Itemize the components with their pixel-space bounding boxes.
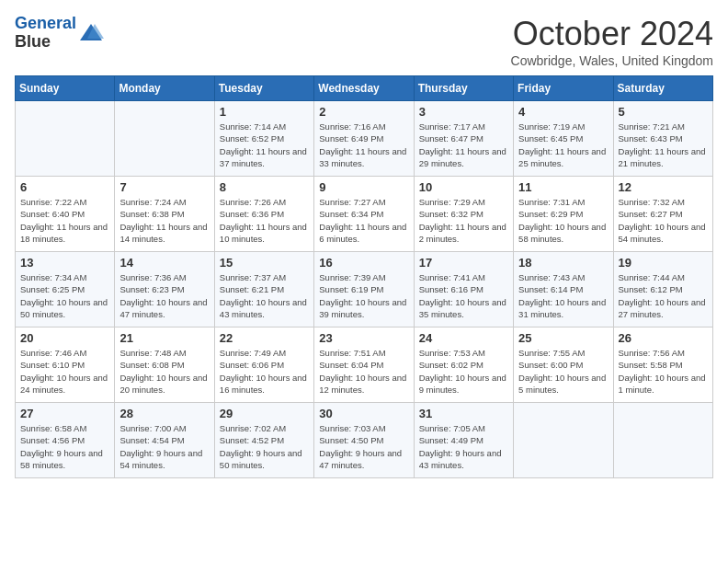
week-row-5: 27Sunrise: 6:58 AM Sunset: 4:56 PM Dayli… <box>16 403 713 478</box>
day-number: 3 <box>419 105 508 119</box>
day-info: Sunrise: 7:17 AM Sunset: 6:47 PM Dayligh… <box>419 121 508 169</box>
day-cell: 29Sunrise: 7:02 AM Sunset: 4:52 PM Dayli… <box>214 403 313 478</box>
page-header: GeneralBlue October 2024 Cowbridge, Wale… <box>15 15 713 68</box>
day-cell <box>613 403 712 478</box>
day-number: 22 <box>220 331 309 345</box>
header-cell-tuesday: Tuesday <box>214 76 313 101</box>
day-info: Sunrise: 7:36 AM Sunset: 6:23 PM Dayligh… <box>119 271 209 320</box>
day-cell: 22Sunrise: 7:49 AM Sunset: 6:06 PM Dayli… <box>214 327 313 403</box>
week-row-2: 6Sunrise: 7:22 AM Sunset: 6:40 PM Daylig… <box>16 177 713 252</box>
logo-icon <box>78 20 104 46</box>
header-cell-sunday: Sunday <box>16 76 115 101</box>
day-number: 6 <box>20 180 109 194</box>
day-info: Sunrise: 7:56 AM Sunset: 5:58 PM Dayligh… <box>619 347 708 396</box>
day-info: Sunrise: 7:02 AM Sunset: 4:52 PM Dayligh… <box>220 422 309 471</box>
day-number: 5 <box>619 105 708 119</box>
day-info: Sunrise: 7:43 AM Sunset: 6:14 PM Dayligh… <box>518 271 608 320</box>
day-number: 8 <box>220 180 309 194</box>
day-cell: 10Sunrise: 7:29 AM Sunset: 6:32 PM Dayli… <box>414 177 513 252</box>
day-cell: 26Sunrise: 7:56 AM Sunset: 5:58 PM Dayli… <box>613 327 712 403</box>
day-cell: 23Sunrise: 7:51 AM Sunset: 6:04 PM Dayli… <box>314 327 414 403</box>
day-number: 7 <box>119 180 209 194</box>
day-number: 24 <box>419 331 508 345</box>
day-info: Sunrise: 7:24 AM Sunset: 6:38 PM Dayligh… <box>119 196 209 245</box>
day-cell: 13Sunrise: 7:34 AM Sunset: 6:25 PM Dayli… <box>16 252 115 327</box>
day-info: Sunrise: 7:16 AM Sunset: 6:49 PM Dayligh… <box>319 121 408 169</box>
day-info: Sunrise: 7:39 AM Sunset: 6:19 PM Dayligh… <box>319 271 408 320</box>
day-info: Sunrise: 7:29 AM Sunset: 6:32 PM Dayligh… <box>419 196 508 245</box>
month-title: October 2024 <box>511 15 713 53</box>
day-cell: 31Sunrise: 7:05 AM Sunset: 4:49 PM Dayli… <box>414 403 513 478</box>
day-info: Sunrise: 7:53 AM Sunset: 6:02 PM Dayligh… <box>419 347 508 396</box>
day-info: Sunrise: 7:26 AM Sunset: 6:36 PM Dayligh… <box>220 196 309 245</box>
day-number: 4 <box>518 105 608 119</box>
day-info: Sunrise: 7:51 AM Sunset: 6:04 PM Dayligh… <box>319 347 408 396</box>
calendar-body: 1Sunrise: 7:14 AM Sunset: 6:52 PM Daylig… <box>16 101 713 478</box>
day-info: Sunrise: 7:55 AM Sunset: 6:00 PM Dayligh… <box>518 347 608 396</box>
day-number: 2 <box>319 105 408 119</box>
day-number: 1 <box>220 105 309 119</box>
day-cell: 28Sunrise: 7:00 AM Sunset: 4:54 PM Dayli… <box>115 403 214 478</box>
day-number: 23 <box>319 331 408 345</box>
day-info: Sunrise: 7:21 AM Sunset: 6:43 PM Dayligh… <box>619 121 708 169</box>
week-row-3: 13Sunrise: 7:34 AM Sunset: 6:25 PM Dayli… <box>16 252 713 327</box>
day-number: 12 <box>619 180 708 194</box>
day-cell: 2Sunrise: 7:16 AM Sunset: 6:49 PM Daylig… <box>314 101 414 177</box>
day-cell: 24Sunrise: 7:53 AM Sunset: 6:02 PM Dayli… <box>414 327 513 403</box>
day-info: Sunrise: 7:14 AM Sunset: 6:52 PM Dayligh… <box>220 121 309 169</box>
day-cell: 14Sunrise: 7:36 AM Sunset: 6:23 PM Dayli… <box>115 252 214 327</box>
day-number: 25 <box>518 331 608 345</box>
day-number: 26 <box>619 331 708 345</box>
day-cell: 12Sunrise: 7:32 AM Sunset: 6:27 PM Dayli… <box>613 177 712 252</box>
day-cell: 15Sunrise: 7:37 AM Sunset: 6:21 PM Dayli… <box>214 252 313 327</box>
day-number: 9 <box>319 180 408 194</box>
day-cell: 11Sunrise: 7:31 AM Sunset: 6:29 PM Dayli… <box>514 177 613 252</box>
day-number: 19 <box>619 256 708 270</box>
day-cell: 7Sunrise: 7:24 AM Sunset: 6:38 PM Daylig… <box>115 177 214 252</box>
day-number: 27 <box>20 407 109 420</box>
day-number: 28 <box>119 407 209 420</box>
day-cell: 16Sunrise: 7:39 AM Sunset: 6:19 PM Dayli… <box>314 252 414 327</box>
header-cell-monday: Monday <box>115 76 214 101</box>
day-cell: 6Sunrise: 7:22 AM Sunset: 6:40 PM Daylig… <box>16 177 115 252</box>
day-cell: 19Sunrise: 7:44 AM Sunset: 6:12 PM Dayli… <box>613 252 712 327</box>
day-number: 16 <box>319 256 408 270</box>
day-number: 30 <box>319 407 408 420</box>
calendar-header-row: SundayMondayTuesdayWednesdayThursdayFrid… <box>16 76 713 101</box>
day-info: Sunrise: 7:03 AM Sunset: 4:50 PM Dayligh… <box>319 422 408 471</box>
day-cell: 4Sunrise: 7:19 AM Sunset: 6:45 PM Daylig… <box>514 101 613 177</box>
day-number: 14 <box>119 256 209 270</box>
day-number: 17 <box>419 256 508 270</box>
day-info: Sunrise: 7:05 AM Sunset: 4:49 PM Dayligh… <box>419 422 508 471</box>
day-info: Sunrise: 7:00 AM Sunset: 4:54 PM Dayligh… <box>119 422 209 471</box>
location: Cowbridge, Wales, United Kingdom <box>511 53 713 68</box>
day-number: 18 <box>518 256 608 270</box>
day-info: Sunrise: 7:41 AM Sunset: 6:16 PM Dayligh… <box>419 271 508 320</box>
day-number: 21 <box>119 331 209 345</box>
day-cell: 17Sunrise: 7:41 AM Sunset: 6:16 PM Dayli… <box>414 252 513 327</box>
day-cell: 20Sunrise: 7:46 AM Sunset: 6:10 PM Dayli… <box>16 327 115 403</box>
header-cell-saturday: Saturday <box>613 76 712 101</box>
day-info: Sunrise: 7:44 AM Sunset: 6:12 PM Dayligh… <box>619 271 708 320</box>
day-cell: 21Sunrise: 7:48 AM Sunset: 6:08 PM Dayli… <box>115 327 214 403</box>
day-number: 13 <box>20 256 109 270</box>
day-cell: 8Sunrise: 7:26 AM Sunset: 6:36 PM Daylig… <box>214 177 313 252</box>
day-cell: 27Sunrise: 6:58 AM Sunset: 4:56 PM Dayli… <box>16 403 115 478</box>
day-info: Sunrise: 7:19 AM Sunset: 6:45 PM Dayligh… <box>518 121 608 169</box>
logo: GeneralBlue <box>15 15 104 52</box>
day-cell: 18Sunrise: 7:43 AM Sunset: 6:14 PM Dayli… <box>514 252 613 327</box>
day-info: Sunrise: 7:49 AM Sunset: 6:06 PM Dayligh… <box>220 347 309 396</box>
day-info: Sunrise: 7:31 AM Sunset: 6:29 PM Dayligh… <box>518 196 608 245</box>
day-cell: 30Sunrise: 7:03 AM Sunset: 4:50 PM Dayli… <box>314 403 414 478</box>
day-cell: 3Sunrise: 7:17 AM Sunset: 6:47 PM Daylig… <box>414 101 513 177</box>
day-number: 31 <box>419 407 508 420</box>
calendar-table: SundayMondayTuesdayWednesdayThursdayFrid… <box>15 75 713 478</box>
day-number: 20 <box>20 331 109 345</box>
day-info: Sunrise: 7:37 AM Sunset: 6:21 PM Dayligh… <box>220 271 309 320</box>
day-info: Sunrise: 7:32 AM Sunset: 6:27 PM Dayligh… <box>619 196 708 245</box>
day-number: 11 <box>518 180 608 194</box>
header-cell-friday: Friday <box>514 76 613 101</box>
day-cell <box>115 101 214 177</box>
day-info: Sunrise: 7:27 AM Sunset: 6:34 PM Dayligh… <box>319 196 408 245</box>
day-info: Sunrise: 6:58 AM Sunset: 4:56 PM Dayligh… <box>20 422 109 471</box>
